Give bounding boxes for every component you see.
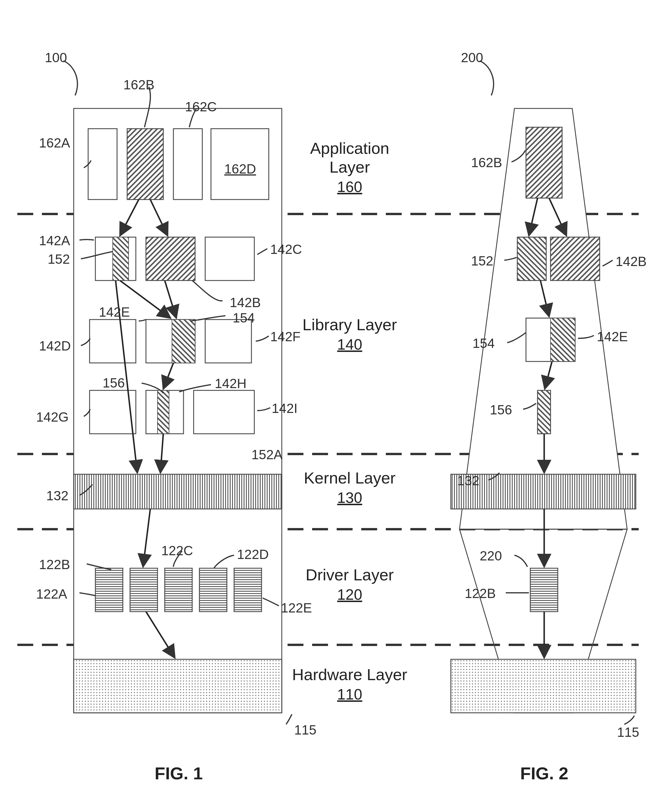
ref-154: 154 bbox=[233, 311, 255, 325]
layer-kernel-text: Kernel Layer bbox=[292, 469, 408, 487]
box-122B-r bbox=[530, 568, 558, 611]
box-122A bbox=[95, 568, 123, 611]
ref-115-l: 115 bbox=[294, 723, 316, 737]
layer-driver-text: Driver Layer bbox=[292, 565, 408, 584]
layer-hw-text: Hardware Layer bbox=[292, 665, 408, 684]
ref-162C: 162C bbox=[185, 100, 217, 113]
box-142C bbox=[205, 237, 254, 280]
layer-kernel-num: 130 bbox=[292, 489, 408, 506]
ref-142A: 142A bbox=[39, 234, 70, 248]
box-162C bbox=[173, 129, 202, 199]
box-152-r bbox=[517, 237, 546, 280]
fig1-group bbox=[64, 61, 292, 725]
ref-122C: 122C bbox=[161, 544, 193, 558]
ref-156: 156 bbox=[102, 376, 125, 390]
layer-kernel-name: Kernel Layer 130 bbox=[292, 469, 408, 506]
box-142I bbox=[194, 391, 254, 434]
ref-152-r: 152 bbox=[471, 254, 493, 268]
layer-hw-num: 110 bbox=[292, 686, 408, 703]
ref-142B: 142B bbox=[230, 296, 261, 309]
ref-162D: 162D bbox=[224, 162, 256, 176]
drivers-fig1 bbox=[95, 568, 261, 611]
ref-122B-r: 122B bbox=[465, 587, 496, 600]
box-156-r bbox=[538, 391, 550, 434]
layer-hw-name: Hardware Layer 110 bbox=[292, 665, 408, 703]
ref-122A: 122A bbox=[36, 587, 67, 601]
ref-142E-r: 142E bbox=[597, 329, 628, 343]
layer-lib-text: Library Layer bbox=[292, 315, 408, 334]
layer-app-name: Application Layer 160 bbox=[292, 139, 408, 196]
ref-142C: 142C bbox=[270, 242, 302, 256]
box-152 bbox=[113, 237, 128, 280]
caption-fig2: FIG. 2 bbox=[520, 763, 568, 783]
box-162A bbox=[88, 129, 117, 199]
box-162B-r bbox=[526, 127, 562, 198]
ref-115-r: 115 bbox=[617, 725, 639, 739]
layer-app-text: Application Layer bbox=[292, 139, 408, 176]
ref-162A: 162A bbox=[39, 136, 70, 150]
ref-100: 100 bbox=[45, 51, 67, 64]
ref-142D: 142D bbox=[39, 339, 71, 353]
ref-142I: 142I bbox=[272, 401, 298, 415]
ref-156-r: 156 bbox=[490, 403, 512, 417]
ref-132-r: 132 bbox=[457, 473, 480, 487]
layer-lib-num: 140 bbox=[292, 336, 408, 353]
box-122C bbox=[165, 568, 192, 611]
box-162B bbox=[127, 129, 163, 199]
ref-162B: 162B bbox=[124, 78, 154, 92]
ref-152A: 152A bbox=[251, 447, 282, 461]
ref-154-r: 154 bbox=[472, 336, 495, 350]
ref-142G: 142G bbox=[36, 410, 69, 424]
box-142B-r bbox=[550, 237, 600, 280]
box-122B bbox=[130, 568, 157, 611]
box-115-right bbox=[451, 659, 636, 713]
ref-142H: 142H bbox=[215, 377, 246, 391]
ref-162B-r: 162B bbox=[471, 156, 502, 170]
ref-200: 200 bbox=[461, 51, 483, 64]
layer-app-num: 160 bbox=[292, 178, 408, 196]
box-115-left bbox=[74, 659, 282, 713]
ref-152: 152 bbox=[48, 252, 70, 266]
box-154-r bbox=[550, 318, 575, 362]
box-122E bbox=[234, 568, 261, 611]
ref-220: 220 bbox=[480, 549, 502, 563]
figure-page: { "figures": { "fig1": "FIG. 1", "fig2":… bbox=[0, 0, 654, 812]
box-142F bbox=[205, 320, 251, 363]
box-142D bbox=[90, 320, 136, 363]
layer-driver-num: 120 bbox=[292, 586, 408, 603]
layer-lib-name: Library Layer 140 bbox=[292, 315, 408, 353]
caption-fig1: FIG. 1 bbox=[154, 763, 203, 783]
box-122D bbox=[199, 568, 227, 611]
ref-142B-r: 142B bbox=[616, 254, 646, 268]
layer-driver-name: Driver Layer 120 bbox=[292, 565, 408, 603]
box-132 bbox=[74, 474, 282, 509]
box-156 bbox=[157, 391, 169, 434]
ref-122B: 122B bbox=[39, 558, 70, 571]
box-154 bbox=[172, 320, 195, 363]
ref-132: 132 bbox=[46, 489, 69, 503]
box-142B bbox=[146, 237, 195, 280]
ref-142E: 142E bbox=[99, 305, 130, 319]
ref-122D: 122D bbox=[237, 547, 269, 561]
